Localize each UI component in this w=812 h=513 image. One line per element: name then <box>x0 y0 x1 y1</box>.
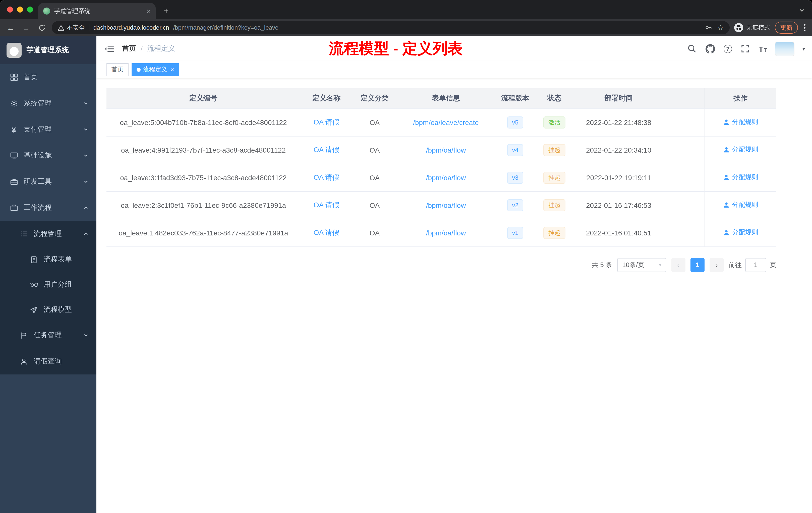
forward-button[interactable]: → <box>21 23 32 32</box>
help-icon[interactable]: ? <box>723 44 732 53</box>
form-link[interactable]: /bpm/oa/flow <box>426 201 466 209</box>
sidebar-item-process-form[interactable]: 流程表单 <box>0 247 96 272</box>
filler-cell <box>664 109 704 136</box>
definition-name-link[interactable]: OA 请假 <box>314 173 340 181</box>
gear-icon <box>9 99 18 108</box>
next-page-button[interactable]: › <box>709 258 724 272</box>
assign-user-icon <box>723 174 730 181</box>
sidebar-item-home[interactable]: 首页 <box>0 64 96 90</box>
tag-close-icon[interactable]: × <box>170 66 174 73</box>
yen-icon: ¥ <box>9 125 18 134</box>
update-button[interactable]: 更新 <box>775 22 798 34</box>
search-icon[interactable] <box>687 44 697 54</box>
logo-avatar <box>6 43 22 58</box>
definition-name-link[interactable]: OA 请假 <box>314 145 340 153</box>
key-icon[interactable] <box>705 24 712 31</box>
assign-rule-link[interactable]: 分配规则 <box>723 118 758 127</box>
reload-button[interactable] <box>36 24 47 31</box>
current-page-button[interactable]: 1 <box>691 258 704 272</box>
tag-process-definition[interactable]: 流程定义 × <box>132 63 179 76</box>
status-badge: 挂起 <box>543 227 566 239</box>
form-link[interactable]: /bpm/oa/leave/create <box>413 118 479 126</box>
status-badge: 激活 <box>543 116 566 128</box>
assign-rule-link[interactable]: 分配规则 <box>723 145 758 154</box>
security-label: 不安全 <box>67 23 85 32</box>
font-size-icon[interactable]: TT <box>758 45 767 53</box>
workflow-icon <box>9 204 18 212</box>
definition-category: OA <box>352 219 397 246</box>
assign-rule-link[interactable]: 分配规则 <box>723 201 758 210</box>
filler-cell <box>664 163 704 191</box>
url-path: /bpm/manager/definition?key=oa_leave <box>173 24 701 31</box>
avatar[interactable] <box>775 42 794 56</box>
content-area: 定义编号 定义名称 定义分类 表单信息 流程版本 状态 部署时间 操作 <box>96 78 812 513</box>
form-link[interactable]: /bpm/oa/flow <box>426 174 466 181</box>
sidebar-item-leave-query[interactable]: 请假查询 <box>0 349 96 374</box>
prev-page-button[interactable]: ‹ <box>671 258 686 272</box>
sidebar-item-label: 工作流程 <box>24 203 77 212</box>
address-bar[interactable]: 不安全 dashboard.yudao.iocoder.cn /bpm/mana… <box>52 21 730 34</box>
browser-tab[interactable]: 芋道管理系统 × <box>38 3 156 19</box>
definition-name-link[interactable]: OA 请假 <box>314 118 340 126</box>
chevron-down-icon <box>83 179 89 185</box>
sidebar-item-payment[interactable]: ¥ 支付管理 <box>0 117 96 143</box>
avatar-caret-down-icon[interactable]: ▾ <box>803 46 805 52</box>
assign-user-icon <box>723 230 730 236</box>
process-list-icon <box>20 230 28 238</box>
sidebar-item-label: 基础设施 <box>24 151 77 160</box>
select-caret-down-icon: ▾ <box>659 262 661 268</box>
sidebar-item-devtools[interactable]: 研发工具 <box>0 169 96 195</box>
pagination: 共 5 条 10条/页 ▾ ‹ 1 › 前往 页 <box>107 258 776 272</box>
hamburger-icon[interactable] <box>104 44 114 54</box>
sidebar-item-user-group[interactable]: 用户分组 <box>0 272 96 297</box>
form-link[interactable]: /bpm/oa/flow <box>426 229 466 237</box>
sidebar-item-task-management[interactable]: 任务管理 <box>0 322 96 349</box>
definition-id: oa_leave:2:3c1f0ef1-76b1-11ec-9c66-a2380… <box>107 191 300 219</box>
sidebar-logo[interactable]: 芋道管理系统 <box>0 36 96 64</box>
tab-search-chevron-icon[interactable] <box>799 6 805 16</box>
new-tab-button[interactable]: + <box>160 4 173 18</box>
form-link[interactable]: /bpm/oa/flow <box>426 146 466 154</box>
sidebar-item-system[interactable]: 系统管理 <box>0 90 96 117</box>
bookmark-star-icon[interactable]: ☆ <box>717 24 724 31</box>
status-badge: 挂起 <box>543 144 566 156</box>
github-icon[interactable] <box>705 44 715 54</box>
assign-user-icon <box>723 202 730 208</box>
main-area: 首页 / 流程定义 流程模型 - 定义列表 ? TT ▾ 首页 <box>96 36 812 513</box>
menu-dots-icon[interactable] <box>803 24 807 31</box>
assign-rule-link[interactable]: 分配规则 <box>723 173 758 182</box>
chevron-down-icon <box>83 332 89 338</box>
sidebar-item-process-model[interactable]: 流程模型 <box>0 297 96 322</box>
fullscreen-icon[interactable] <box>741 44 750 54</box>
process-model-icon <box>30 305 38 314</box>
assign-rule-link[interactable]: 分配规则 <box>723 228 758 237</box>
infrastructure-icon <box>9 151 18 160</box>
goto-page-input[interactable] <box>745 258 766 272</box>
definition-name-link[interactable]: OA 请假 <box>314 228 340 236</box>
definition-category: OA <box>352 163 397 191</box>
window-zoom-button[interactable] <box>27 6 33 12</box>
sidebar-item-label: 流程模型 <box>44 305 89 314</box>
sidebar-item-workflow[interactable]: 工作流程 <box>0 195 96 221</box>
back-button[interactable]: ← <box>5 23 16 32</box>
tab-close-icon[interactable]: × <box>147 7 151 14</box>
window-close-button[interactable] <box>7 6 13 12</box>
active-dot-icon <box>137 67 141 71</box>
sidebar-item-label: 请假查询 <box>34 357 89 366</box>
filler-cell <box>664 136 704 163</box>
sidebar-item-process-management[interactable]: 流程管理 <box>0 221 96 247</box>
tab-favicon-icon <box>43 7 50 14</box>
security-chip[interactable]: 不安全 <box>58 23 85 32</box>
definition-name-link[interactable]: OA 请假 <box>314 201 340 209</box>
table-row: oa_leave:1:482ec033-762a-11ec-8477-a2380… <box>107 219 776 246</box>
sidebar-item-infrastructure[interactable]: 基础设施 <box>0 143 96 169</box>
definition-category: OA <box>352 191 397 219</box>
window-minimize-button[interactable] <box>17 6 23 12</box>
devtools-icon <box>9 177 18 186</box>
breadcrumb-home[interactable]: 首页 <box>122 44 136 53</box>
tag-home[interactable]: 首页 <box>107 63 128 76</box>
page-size-select[interactable]: 10条/页 ▾ <box>617 258 666 272</box>
navbar-actions: ? TT ▾ <box>687 42 812 56</box>
chevron-up-icon <box>83 231 89 237</box>
chevron-down-icon <box>83 126 89 132</box>
